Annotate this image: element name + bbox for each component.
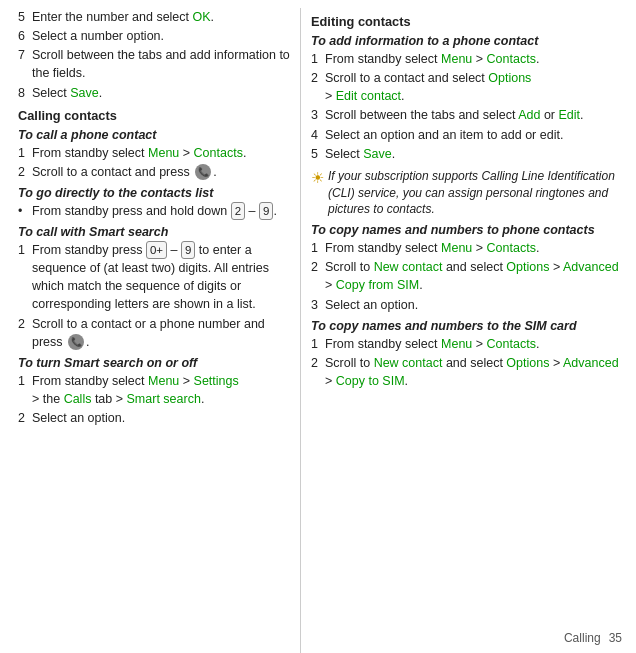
add-info-heading: To add information to a phone contact [311,34,622,48]
call-phone-contact-heading: To call a phone contact [18,128,290,142]
footer: Calling 35 [564,631,622,645]
copy-sim-step-1: 1 From standby select Menu > Contacts. [311,335,622,353]
step-8: 8 Select Save. [18,84,290,102]
footer-page: 35 [609,631,622,645]
tip-box: ☀ If your subscription supports Calling … [311,168,622,218]
step-5: 5 Enter the number and select OK. [18,8,290,26]
intro-steps: 5 Enter the number and select OK. 6 Sele… [18,8,290,102]
tip-icon: ☀ [311,169,324,218]
add-step-4: 4 Select an option and an item to add or… [311,126,622,144]
key-2: 2 [231,202,245,220]
smart-onoff-step-2: 2 Select an option. [18,409,290,427]
footer-section: Calling [564,631,601,645]
editing-contacts-heading: Editing contacts [311,14,622,29]
call-step-1: 1 From standby select Menu > Contacts. [18,144,290,162]
key-0plus: 0+ [146,241,167,259]
smart-search-heading: To call with Smart search [18,225,290,239]
smart-step-2: 2 Scroll to a contact or a phone number … [18,315,290,351]
copy-phone-step-2: 2 Scroll to New contact and select Optio… [311,258,622,294]
smart-onoff-heading: To turn Smart search on or off [18,356,290,370]
goto-bullet: • From standby press and hold down 2 – 9… [18,202,290,220]
add-step-3: 3 Scroll between the tabs and select Add… [311,106,622,124]
call-step-2: 2 Scroll to a contact and press 📞. [18,163,290,181]
calling-contacts-heading: Calling contacts [18,108,290,123]
copy-sim-step-2: 2 Scroll to New contact and select Optio… [311,354,622,390]
key-9b: 9 [181,241,195,259]
add-step-5: 5 Select Save. [311,145,622,163]
step-7: 7 Scroll between the tabs and add inform… [18,46,290,82]
call-button-icon: 📞 [195,164,211,180]
left-column: 5 Enter the number and select OK. 6 Sele… [0,8,300,653]
copy-phone-heading: To copy names and numbers to phone conta… [311,223,622,237]
call-button-icon-2: 📞 [68,334,84,350]
add-step-1: 1 From standby select Menu > Contacts. [311,50,622,68]
step-6: 6 Select a number option. [18,27,290,45]
copy-phone-step-3: 3 Select an option. [311,296,622,314]
tip-text: If your subscription supports Calling Li… [328,168,622,218]
goto-contacts-heading: To go directly to the contacts list [18,186,290,200]
smart-step-1: 1 From standby press 0+ – 9 to enter a s… [18,241,290,314]
copy-phone-step-1: 1 From standby select Menu > Contacts. [311,239,622,257]
copy-sim-heading: To copy names and numbers to the SIM car… [311,319,622,333]
add-step-2: 2 Scroll to a contact and select Options… [311,69,622,105]
key-9: 9 [259,202,273,220]
smart-onoff-step-1: 1 From standby select Menu > Settings> t… [18,372,290,408]
right-column: Editing contacts To add information to a… [300,8,636,653]
